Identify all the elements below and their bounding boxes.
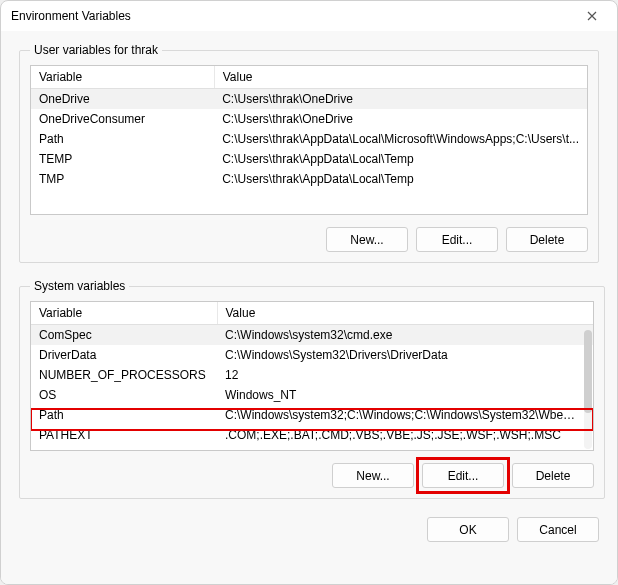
system-variables-group: System variables Variable Value ComSpec … <box>19 279 605 499</box>
cell-value: C:\Windows\System32\Drivers\DriverData <box>217 345 593 365</box>
titlebar: Environment Variables <box>1 1 617 31</box>
system-variables-table-wrap: Variable Value ComSpec C:\Windows\system… <box>30 301 594 451</box>
table-row[interactable]: PATHEXT .COM;.EXE;.BAT;.CMD;.VBS;.VBE;.J… <box>31 425 593 445</box>
table-row[interactable]: OS Windows_NT <box>31 385 593 405</box>
cell-variable: ComSpec <box>31 325 217 346</box>
table-row[interactable]: Path C:\Users\thrak\AppData\Local\Micros… <box>31 129 587 149</box>
cell-variable: NUMBER_OF_PROCESSORS <box>31 365 217 385</box>
cell-value: C:\Users\thrak\AppData\Local\Temp <box>214 169 587 189</box>
table-row[interactable]: TMP C:\Users\thrak\AppData\Local\Temp <box>31 169 587 189</box>
system-new-button[interactable]: New... <box>332 463 414 488</box>
user-variables-table-wrap: Variable Value OneDrive C:\Users\thrak\O… <box>30 65 588 215</box>
cell-value: Windows_NT <box>217 385 593 405</box>
cell-variable: PATHEXT <box>31 425 217 445</box>
cell-value: C:\Users\thrak\OneDrive <box>214 89 587 110</box>
user-new-button[interactable]: New... <box>326 227 408 252</box>
system-col-variable[interactable]: Variable <box>31 302 217 325</box>
cell-value: MSI:Windows 10 Home <box>217 445 593 451</box>
cell-variable: TEMP <box>31 149 214 169</box>
cell-variable: Path <box>31 129 214 149</box>
cell-variable: OneDriveConsumer <box>31 109 214 129</box>
user-edit-button[interactable]: Edit... <box>416 227 498 252</box>
cell-value: C:\Users\thrak\AppData\Local\Temp <box>214 149 587 169</box>
system-edit-button[interactable]: Edit... <box>422 463 504 488</box>
cell-value: 12 <box>217 365 593 385</box>
system-delete-button[interactable]: Delete <box>512 463 594 488</box>
cell-variable: OS <box>31 385 217 405</box>
cell-value: C:\Users\thrak\AppData\Local\Microsoft\W… <box>214 129 587 149</box>
system-variables-legend: System variables <box>30 279 129 293</box>
cell-variable: OneDrive <box>31 89 214 110</box>
cell-value: C:\Users\thrak\OneDrive <box>214 109 587 129</box>
cancel-button[interactable]: Cancel <box>517 517 599 542</box>
table-row[interactable]: DriverData C:\Windows\System32\Drivers\D… <box>31 345 593 365</box>
dialog-button-row: OK Cancel <box>19 509 599 552</box>
table-row[interactable]: NUMBER_OF_PROCESSORS 12 <box>31 365 593 385</box>
user-delete-button[interactable]: Delete <box>506 227 588 252</box>
dialog-body: User variables for thrak Variable Value … <box>1 31 617 584</box>
user-variables-table[interactable]: Variable Value OneDrive C:\Users\thrak\O… <box>31 66 587 189</box>
table-row[interactable]: POWERSHELL_DISTRIBUTIO... MSI:Windows 10… <box>31 445 593 451</box>
cell-variable: DriverData <box>31 345 217 365</box>
cell-variable: POWERSHELL_DISTRIBUTIO... <box>31 445 217 451</box>
cell-value: C:\Windows\system32\cmd.exe <box>217 325 593 346</box>
system-variables-table[interactable]: Variable Value ComSpec C:\Windows\system… <box>31 302 593 451</box>
system-col-value[interactable]: Value <box>217 302 593 325</box>
close-icon[interactable] <box>577 1 607 31</box>
scrollbar-thumb[interactable] <box>584 330 592 413</box>
cell-variable: Path <box>31 405 217 425</box>
system-scrollbar[interactable] <box>584 330 592 449</box>
cell-variable: TMP <box>31 169 214 189</box>
user-col-value[interactable]: Value <box>214 66 587 89</box>
table-row[interactable]: TEMP C:\Users\thrak\AppData\Local\Temp <box>31 149 587 169</box>
window-title: Environment Variables <box>11 9 577 23</box>
table-row[interactable]: OneDriveConsumer C:\Users\thrak\OneDrive <box>31 109 587 129</box>
user-variables-group: User variables for thrak Variable Value … <box>19 43 599 263</box>
user-button-row: New... Edit... Delete <box>30 227 588 252</box>
table-row[interactable]: Path C:\Windows\system32;C:\Windows;C:\W… <box>31 405 593 425</box>
user-variables-legend: User variables for thrak <box>30 43 162 57</box>
ok-button[interactable]: OK <box>427 517 509 542</box>
cell-value: C:\Windows\system32;C:\Windows;C:\Window… <box>217 405 593 425</box>
table-row[interactable]: OneDrive C:\Users\thrak\OneDrive <box>31 89 587 110</box>
environment-variables-dialog: Environment Variables User variables for… <box>0 0 618 585</box>
table-row[interactable]: ComSpec C:\Windows\system32\cmd.exe <box>31 325 593 346</box>
cell-value: .COM;.EXE;.BAT;.CMD;.VBS;.VBE;.JS;.JSE;.… <box>217 425 593 445</box>
user-col-variable[interactable]: Variable <box>31 66 214 89</box>
system-button-row: New... Edit... Delete <box>30 463 594 488</box>
